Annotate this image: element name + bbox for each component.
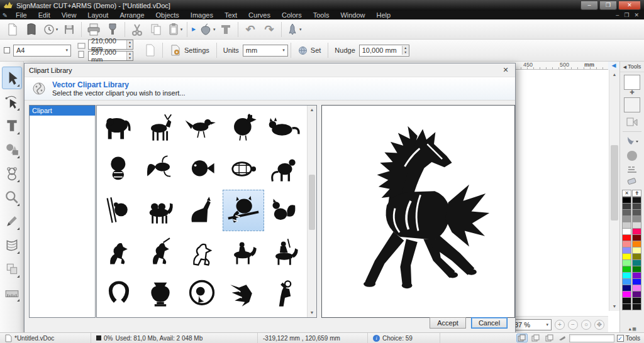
clipart-mustang[interactable]: [181, 231, 223, 273]
tools-toggle[interactable]: ✓ Tools: [617, 335, 640, 342]
status-text-field[interactable]: [569, 334, 614, 342]
fill-swatch[interactable]: [624, 75, 640, 90]
restore-button[interactable]: ❐: [599, 1, 617, 10]
copy-button[interactable]: [147, 21, 165, 38]
page-view-button-3[interactable]: [544, 334, 555, 342]
cut-button[interactable]: [128, 21, 147, 38]
new-document-button[interactable]: [3, 21, 22, 38]
toolbox-clipart-tool[interactable]: [2, 162, 22, 185]
clipart-horse-rider[interactable]: [223, 231, 264, 273]
child-restore-icon[interactable]: ❐: [624, 12, 629, 18]
tools-checkbox[interactable]: ✓: [617, 335, 624, 342]
production-plot-button[interactable]: ▾: [284, 21, 303, 38]
clipart-bird[interactable]: [181, 107, 223, 148]
menu-window[interactable]: Window: [335, 11, 370, 19]
width-spin-down-icon[interactable]: ▼: [127, 45, 133, 49]
dialog-close-icon[interactable]: ✕: [501, 66, 511, 74]
units-select[interactable]: mm ▾: [243, 45, 288, 57]
send-to-cutter-button[interactable]: [103, 21, 122, 38]
eraser-icon[interactable]: [626, 177, 638, 187]
toolbox-distort-tool[interactable]: [2, 234, 22, 256]
width-spin-up-icon[interactable]: ▲: [127, 40, 133, 45]
menu-edit[interactable]: Edit: [33, 11, 56, 19]
undo-button[interactable]: ↶: [241, 21, 260, 38]
text-format-button[interactable]: [216, 21, 235, 38]
grid-scroll-thumb[interactable]: [309, 175, 315, 230]
menu-help[interactable]: Help: [371, 11, 397, 19]
menu-layout[interactable]: Layout: [82, 11, 114, 19]
page-view-button-1[interactable]: [516, 334, 528, 342]
save-button[interactable]: [60, 21, 79, 38]
toolbox-text-tool[interactable]: [2, 114, 22, 137]
clipart-wolf[interactable]: [181, 190, 223, 231]
menu-objects[interactable]: Objects: [150, 11, 185, 19]
swap-swatch-icon[interactable]: ✚: [620, 90, 644, 95]
nudge-spin-up-icon[interactable]: ▲: [402, 46, 409, 50]
toolbox-measure-tool[interactable]: [2, 281, 22, 304]
ruler-collapse-icon[interactable]: ◀: [608, 62, 619, 70]
grid-scroll-down-icon[interactable]: ▼: [308, 308, 316, 317]
menu-arrange[interactable]: Arrange: [114, 11, 150, 19]
no-color-swatch[interactable]: ✕: [622, 190, 631, 197]
clipart-turtle[interactable]: [223, 148, 264, 190]
tools-panel-header[interactable]: ◀ Tools: [620, 62, 644, 72]
clipart-horseshoe[interactable]: [98, 273, 140, 314]
page-size-select[interactable]: A4 ▾: [13, 45, 71, 57]
clipart-elephant[interactable]: [98, 107, 140, 148]
toolbar-overflow-icon[interactable]: ▶: [190, 26, 197, 32]
menu-file[interactable]: File: [10, 11, 33, 19]
clipart-cat[interactable]: [264, 107, 306, 148]
vertical-scroll-thumb[interactable]: [611, 145, 618, 220]
zoom-in-button[interactable]: +: [555, 320, 565, 330]
palette-swatch[interactable]: [632, 303, 641, 310]
minimize-button[interactable]: –: [580, 1, 598, 10]
toolbox-shapes-tool[interactable]: [2, 138, 22, 161]
toolbox-weld-tool[interactable]: [2, 258, 22, 280]
height-spin-down-icon[interactable]: ▼: [127, 56, 133, 60]
clipart-dog[interactable]: [98, 148, 140, 190]
clipart-panda[interactable]: [98, 190, 140, 231]
toolbox-zoom-tool[interactable]: [2, 186, 22, 209]
pen-style-dropdown-icon[interactable]: [625, 136, 639, 146]
clipart-squirrel[interactable]: [264, 190, 306, 231]
blank-page-button[interactable]: [141, 41, 160, 59]
page-height-input[interactable]: 297,000 mm▲▼: [88, 51, 133, 61]
clipart-betta-fish[interactable]: [140, 148, 181, 190]
clipart-greek-head[interactable]: [181, 273, 223, 314]
scroll-down-icon[interactable]: ▼: [609, 302, 619, 311]
nudge-input[interactable]: 10,000 mm▲▼: [359, 45, 409, 57]
zoom-out-button[interactable]: −: [568, 320, 578, 330]
height-spin-up-icon[interactable]: ▲: [127, 52, 133, 56]
cut-color-swatch[interactable]: 🗡: [632, 190, 641, 197]
zoom-all-button[interactable]: ✥: [594, 320, 604, 330]
set-button[interactable]: Set: [294, 45, 326, 57]
zoom-level-select[interactable]: 37 % ▾: [511, 319, 552, 330]
clipart-unicorn[interactable]: [140, 231, 181, 273]
menu-images[interactable]: Images: [185, 11, 219, 19]
scroll-up-icon[interactable]: ▲: [609, 70, 619, 79]
clipart-tribal-eagle[interactable]: [223, 273, 264, 314]
cancel-button[interactable]: Cancel: [471, 317, 508, 329]
recent-files-button[interactable]: ▾: [41, 21, 60, 38]
stroke-swatch[interactable]: [624, 97, 640, 112]
paste-button[interactable]: ▾: [165, 21, 184, 38]
line-style-icon[interactable]: [626, 166, 638, 173]
clipart-camel[interactable]: [140, 190, 181, 231]
close-button[interactable]: ✕: [618, 1, 641, 10]
grid-scroll-up-icon[interactable]: ▲: [308, 106, 316, 114]
stroke-width-icon[interactable]: [626, 150, 638, 162]
toolbox-node-edit-tool[interactable]: [2, 90, 22, 113]
copy-attributes-icon[interactable]: [626, 116, 638, 128]
toolbox-draw-tool[interactable]: [2, 210, 22, 232]
vertical-scrollbar[interactable]: ▲ ▼: [609, 70, 619, 311]
open-document-button[interactable]: [22, 21, 41, 38]
clipart-monkey[interactable]: [264, 148, 306, 190]
clipart-hen[interactable]: [223, 107, 264, 148]
accept-button[interactable]: Accept: [430, 317, 466, 329]
cutter-blade-icon[interactable]: [558, 335, 567, 341]
redo-button[interactable]: ↷: [260, 21, 279, 38]
clipart-fish[interactable]: [181, 148, 223, 190]
grid-scrollbar[interactable]: ▲ ▼: [307, 106, 316, 317]
nudge-spin-down-icon[interactable]: ▼: [402, 50, 409, 55]
menu-colors[interactable]: Colors: [276, 11, 308, 19]
